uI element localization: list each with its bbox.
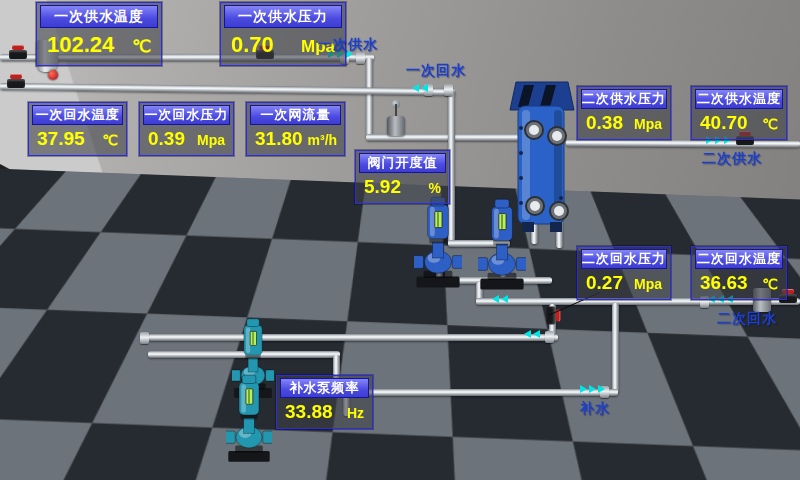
makeup-pump-2[interactable] — [226, 372, 272, 464]
label-makeup-pump-freq: 补水泵频率 33.88Hz — [276, 375, 373, 429]
label-title: 一次供水压力 — [224, 5, 342, 28]
pipe-end-cap — [545, 331, 554, 343]
label-unit: Hz — [342, 401, 364, 425]
label-value: 33.88 — [285, 400, 333, 424]
valve-body — [387, 116, 405, 136]
label-title: 一次回水压力 — [143, 105, 230, 125]
label-secondary-return-temp: 二次回水温度 36.63℃ — [691, 246, 787, 300]
flow-arrow-icon — [412, 84, 428, 92]
label-unit: m³/h — [303, 128, 338, 152]
pipe-makeup-riser — [612, 303, 619, 393]
label-title: 一次网流量 — [250, 105, 341, 125]
pipe-label-primary-return: 一次回水 — [406, 62, 466, 80]
label-title: 水箱液位高度 — [35, 303, 124, 323]
label-value: 0.38 — [586, 111, 623, 135]
label-valve-opening: 阀门开度值 5.92% — [355, 150, 450, 204]
label-secondary-supply-pressure: 二次供水压力 0.38Mpa — [577, 86, 671, 140]
label-title: 二次供水压力 — [581, 89, 667, 109]
label-title: 二次回水压力 — [581, 249, 667, 269]
label-unit: Mpa — [629, 272, 662, 296]
valve-body — [9, 50, 27, 59]
valve-body — [547, 307, 556, 325]
label-primary-return-pressure: 一次回水压力 0.39Mpa — [139, 102, 234, 156]
label-title: 阀门开度值 — [359, 153, 446, 173]
tank-manhole-icon — [17, 348, 75, 406]
pipe-primary-supply-drop — [366, 58, 373, 138]
label-primary-supply-pressure: 一次供水压力 0.70Mpa — [220, 2, 346, 66]
label-tank-level: 水箱液位高度 1.10m³ — [31, 300, 128, 354]
label-value: 102.24 — [47, 31, 114, 59]
tank-leg — [70, 454, 83, 476]
label-secondary-supply-temp: 二次供水温度 40.70℃ — [691, 86, 787, 140]
label-secondary-return-pressure: 二次回水压力 0.27Mpa — [577, 246, 671, 300]
circulation-pump-2[interactable] — [478, 196, 526, 292]
label-value: 0.70 — [231, 31, 274, 59]
hmi-screen: 一次供水温度 102.24℃ 一次供水压力 0.70Mpa 一次回水温度 37.… — [0, 0, 800, 480]
pressure-gauge-icon — [48, 70, 58, 80]
label-value: 1.10 — [40, 325, 77, 349]
tank-leg — [14, 452, 27, 474]
flow-arrow-icon — [524, 330, 540, 338]
pipe-makeup — [338, 389, 618, 396]
label-unit: % — [424, 176, 441, 200]
valve-stem — [395, 104, 397, 116]
valve-primary-supply-inlet[interactable] — [9, 45, 27, 60]
pipe-secondary-supply — [566, 139, 800, 147]
label-value: 36.63 — [700, 271, 748, 295]
motorized-control-valve[interactable] — [387, 104, 405, 138]
label-title: 补水泵频率 — [280, 378, 369, 398]
label-title: 二次供水温度 — [695, 89, 783, 109]
label-unit: Mpa — [629, 112, 662, 136]
label-value: 0.39 — [148, 127, 185, 151]
tank-leg — [126, 452, 139, 474]
label-value: 37.95 — [37, 127, 85, 151]
label-value: 0.27 — [586, 271, 623, 295]
flange — [444, 84, 453, 96]
pipe-label-secondary-supply: 二次供水 — [702, 150, 762, 168]
label-value: 5.92 — [364, 175, 401, 199]
pipe-label-secondary-return: 二次回水 — [717, 310, 777, 328]
valve-primary-return-outlet[interactable] — [7, 74, 25, 89]
valve-body — [7, 79, 25, 88]
label-title: 一次回水温度 — [32, 105, 123, 125]
label-primary-flow: 一次网流量 31.80m³/h — [246, 102, 345, 156]
circulation-pump-1[interactable] — [414, 194, 462, 290]
label-unit: ℃ — [757, 272, 778, 296]
label-unit: ℃ — [97, 128, 118, 152]
pipe-label-makeup: 补水 — [580, 400, 610, 418]
label-unit: ℃ — [757, 112, 778, 136]
label-primary-supply-temp: 一次供水温度 102.24℃ — [36, 2, 162, 66]
label-value: 40.70 — [700, 111, 748, 135]
flange — [140, 332, 149, 344]
flow-arrow-icon — [580, 385, 605, 393]
flow-arrow-icon — [492, 295, 508, 303]
label-unit: m³ — [97, 326, 119, 350]
label-title: 二次回水温度 — [695, 249, 783, 269]
label-primary-return-temp: 一次回水温度 37.95℃ — [28, 102, 127, 156]
label-unit: ℃ — [127, 33, 151, 61]
pipe-label-primary-supply: 一次供水 — [318, 36, 378, 54]
label-title: 一次供水温度 — [40, 5, 158, 28]
label-unit: Mpa — [192, 128, 225, 152]
label-value: 31.80 — [255, 127, 303, 151]
pipe-tank-line — [148, 334, 558, 341]
